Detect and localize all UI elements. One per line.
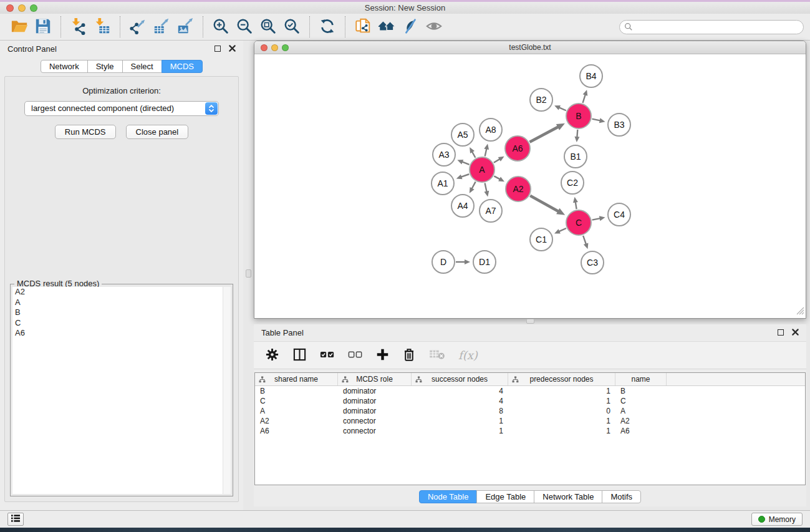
- tab-edge-table[interactable]: Edge Table: [476, 490, 534, 503]
- edge-A-A3[interactable]: [457, 160, 469, 165]
- delete-column-button[interactable]: [429, 348, 445, 362]
- export-image-button[interactable]: [175, 16, 195, 37]
- table-row-a[interactable]: Adominator80A: [255, 406, 805, 416]
- edge-C-C1[interactable]: [554, 228, 566, 234]
- save-session-button[interactable]: [33, 16, 53, 37]
- node-a4[interactable]: A4: [451, 194, 475, 218]
- deselect-all-rows-button[interactable]: [348, 347, 363, 364]
- node-a7[interactable]: A7: [479, 199, 503, 223]
- edge-A-A5[interactable]: [470, 147, 475, 158]
- close-panel-button[interactable]: Close panel: [126, 125, 189, 139]
- hide-preview-button[interactable]: [424, 16, 444, 37]
- result-item-a2[interactable]: A2: [12, 287, 231, 297]
- result-item-c[interactable]: C: [12, 318, 231, 329]
- tab-motifs[interactable]: Motifs: [602, 490, 641, 503]
- edge-A-A4[interactable]: [470, 181, 476, 193]
- window-resize-grip[interactable]: [796, 307, 804, 317]
- tab-network[interactable]: Network: [41, 60, 88, 73]
- graphics-details-button[interactable]: [400, 16, 420, 37]
- node-a8[interactable]: A8: [479, 118, 503, 142]
- edge-B-B4[interactable]: [583, 90, 588, 103]
- vertical-splitter-grip[interactable]: [246, 269, 251, 278]
- edge-C-C4[interactable]: [592, 216, 605, 221]
- node-c[interactable]: C: [566, 210, 592, 236]
- column-header-shared-name[interactable]: shared name: [255, 373, 338, 385]
- refresh-layout-button[interactable]: [317, 16, 337, 37]
- edge-A-A7[interactable]: [484, 183, 489, 197]
- export-table-button[interactable]: [152, 16, 171, 37]
- edge-A-A6[interactable]: [494, 157, 504, 163]
- node-c1[interactable]: C1: [529, 228, 553, 251]
- node-b3[interactable]: B3: [607, 113, 631, 137]
- column-header-name[interactable]: name: [615, 373, 667, 385]
- open-session-button[interactable]: [9, 16, 29, 37]
- close-panel-icon[interactable]: [229, 44, 236, 54]
- tab-node-table[interactable]: Node Table: [419, 490, 478, 503]
- table-row-a2[interactable]: A2connector11A2: [255, 416, 805, 426]
- zoom-out-button[interactable]: [234, 16, 254, 37]
- float-panel-icon[interactable]: [215, 46, 221, 52]
- tab-mcds[interactable]: MCDS: [162, 60, 203, 73]
- node-d1[interactable]: D1: [473, 250, 496, 274]
- edge-C-C2[interactable]: [573, 197, 578, 210]
- edge-D-D1[interactable]: [456, 259, 470, 264]
- column-header-mcds-role[interactable]: MCDS role: [338, 373, 412, 385]
- column-header-predecessor-nodes[interactable]: predecessor nodes: [508, 373, 615, 385]
- edge-B-B3[interactable]: [592, 118, 605, 123]
- node-b[interactable]: B: [566, 103, 592, 129]
- node-d[interactable]: D: [432, 250, 455, 274]
- edge-A-A8[interactable]: [484, 143, 489, 156]
- result-item-a[interactable]: A: [12, 297, 231, 308]
- node-a1[interactable]: A1: [431, 172, 455, 195]
- node-b4[interactable]: B4: [579, 64, 603, 88]
- node-c2[interactable]: C2: [561, 171, 584, 195]
- function-builder-button[interactable]: f(x): [458, 349, 478, 362]
- float-table-panel-icon[interactable]: [778, 329, 784, 336]
- edge-B-B1[interactable]: [574, 130, 579, 142]
- edge-C-C3[interactable]: [583, 236, 588, 249]
- node-c3[interactable]: C3: [581, 251, 604, 274]
- tab-network-table[interactable]: Network Table: [534, 490, 602, 503]
- result-item-a6[interactable]: A6: [12, 328, 231, 339]
- edge-B-B2[interactable]: [554, 105, 566, 110]
- result-item-b[interactable]: B: [12, 307, 231, 318]
- table-row-a6[interactable]: A6connector11A6: [255, 426, 805, 436]
- column-visibility-button[interactable]: [292, 347, 307, 364]
- node-a3[interactable]: A3: [432, 143, 456, 167]
- add-column-button[interactable]: [376, 348, 389, 363]
- tab-select[interactable]: Select: [122, 60, 162, 73]
- network-window-titlebar[interactable]: testGlobe.txt: [254, 41, 806, 54]
- node-c4[interactable]: C4: [607, 203, 631, 226]
- import-table-button[interactable]: [92, 16, 112, 37]
- criterion-select[interactable]: largest connected component (directed): [24, 101, 219, 116]
- edge-A-A2[interactable]: [494, 176, 504, 181]
- table-row-c[interactable]: Cdominator41C: [255, 396, 805, 406]
- clone-network-button[interactable]: [353, 16, 373, 37]
- node-a5[interactable]: A5: [451, 123, 475, 147]
- horizontal-splitter-grip[interactable]: [526, 319, 534, 324]
- table-settings-button[interactable]: [265, 347, 279, 364]
- node-b2[interactable]: B2: [529, 88, 553, 112]
- network-canvas[interactable]: B4B2BB3A8A5A6A3B1AC2A1A2A4A7C4CC1DD1C3: [254, 55, 806, 318]
- memory-button[interactable]: Memory: [751, 513, 803, 526]
- edge-A2-C[interactable]: [530, 196, 565, 215]
- close-table-panel-icon[interactable]: [792, 328, 799, 337]
- edge-A6-B[interactable]: [529, 123, 564, 142]
- browser-home-button[interactable]: [377, 16, 397, 37]
- delete-rows-button[interactable]: [402, 347, 416, 364]
- node-a[interactable]: A: [469, 157, 495, 183]
- result-scrollbar[interactable]: [223, 287, 231, 494]
- select-all-rows-button[interactable]: [320, 347, 335, 364]
- node-b1[interactable]: B1: [564, 145, 587, 168]
- zoom-in-button[interactable]: [211, 16, 231, 37]
- search-input[interactable]: [619, 20, 804, 34]
- node-a6[interactable]: A6: [504, 135, 531, 162]
- column-header-successor-nodes[interactable]: successor nodes: [412, 373, 508, 385]
- zoom-selected-button[interactable]: [282, 16, 302, 37]
- edge-A-A1[interactable]: [456, 174, 470, 179]
- table-row-b[interactable]: Bdominator41B: [255, 386, 805, 396]
- run-mcds-button[interactable]: Run MCDS: [55, 125, 116, 139]
- task-history-button[interactable]: [7, 513, 24, 526]
- node-a2[interactable]: A2: [505, 176, 531, 202]
- zoom-fit-button[interactable]: [258, 16, 278, 37]
